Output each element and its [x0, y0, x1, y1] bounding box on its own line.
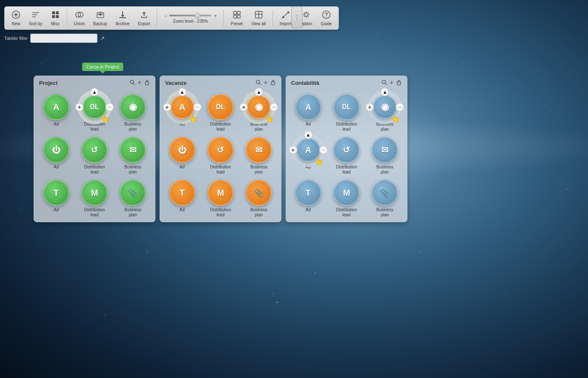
project-icon-dl-1[interactable]: DL [83, 95, 106, 119]
contabilita-item-dl-3: M Distributionlead [328, 180, 364, 218]
misc-button[interactable]: Misc [47, 8, 63, 28]
contabilita-rss-expand-up[interactable]: ▲ [381, 88, 389, 96]
contabilita-rss-expand-plus[interactable]: + [365, 103, 374, 111]
project-icon-rss-1[interactable]: ◉ [120, 94, 146, 120]
export-icon [139, 10, 149, 21]
sort-by-button[interactable]: Sort by [26, 8, 46, 28]
project-lock-btn[interactable] [144, 79, 150, 86]
contabilita-icon-t-1[interactable]: T [295, 180, 321, 206]
union-button[interactable]: Union [71, 8, 88, 28]
zoom-slider[interactable] [169, 15, 211, 16]
preset-icon [232, 10, 242, 21]
export-button[interactable]: Export [135, 8, 154, 28]
contabilita-search-btn[interactable] [381, 79, 387, 86]
contabilita-icon-a-2[interactable]: A [297, 138, 320, 162]
project-item-ad-2: ⏻ Ad [38, 137, 74, 175]
project-label-bp-1: Businessplan [124, 122, 142, 132]
contabilita-a2-expand-up[interactable]: ▲ [304, 131, 312, 139]
project-item-ad-1: A Ad [38, 94, 74, 132]
vacanze-rss-expand-up[interactable]: ▲ [255, 88, 263, 96]
project-dl-expand-dots[interactable]: ··· [105, 103, 114, 111]
misc-label: Misc [51, 21, 60, 26]
vacanze-item-dl-1: DL Distributionlead [202, 94, 238, 132]
vacanze-lock-btn[interactable] [270, 79, 276, 86]
divider-4 [273, 10, 273, 26]
vacanze-icon-a-1[interactable]: A [171, 95, 194, 119]
contabilita-add-btn[interactable]: + [390, 79, 394, 86]
vacanze-rss-expand-dots[interactable]: ··· [270, 103, 278, 111]
svg-rect-18 [237, 15, 240, 18]
project-icon-a-1[interactable]: A [43, 94, 69, 120]
preset-label: Preset [231, 21, 243, 26]
vacanze-item-dl-2: ↺ Distributionlead [202, 137, 238, 175]
contabilita-rss-expand-dots[interactable]: ··· [396, 103, 404, 111]
vacanze-icon-power-1[interactable]: ⏻ [169, 137, 195, 163]
import-label: Import [280, 21, 291, 26]
contabilita-icon-clip-1[interactable]: 📎 [372, 180, 398, 206]
table-filter-input[interactable] [30, 34, 97, 43]
guide-button[interactable]: ? Guide [317, 8, 335, 28]
project-icon-refresh-1[interactable]: ↺ [81, 137, 108, 163]
project-icon-t-1[interactable]: T [43, 180, 69, 206]
contabilita-icon-mail-1[interactable]: ✉ [372, 137, 398, 163]
vacanze-add-btn[interactable]: + [264, 79, 268, 86]
backup-button[interactable]: Backup [90, 8, 110, 28]
project-add-btn[interactable]: + [138, 79, 142, 86]
vacanze-icon-mail-1[interactable]: ✉ [246, 137, 272, 163]
contabilita-icon-rss-1[interactable]: ◉ [373, 95, 396, 119]
svg-rect-7 [56, 11, 59, 14]
contabilita-item-bp-3: 📎 Businessplan [367, 180, 403, 218]
vacanze-icon-dl-1[interactable]: DL [207, 94, 234, 120]
svg-rect-17 [234, 15, 236, 18]
zoom-label: Zoom level - 230% [173, 19, 208, 24]
svg-line-27 [133, 83, 135, 85]
svg-rect-16 [237, 11, 240, 14]
project-icon-clip-1[interactable]: 📎 [120, 180, 146, 206]
new-button[interactable]: New [8, 8, 24, 28]
contabilita-icon-m-1[interactable]: M [333, 180, 360, 206]
project-body: A Ad ▲ + ··· DL [34, 90, 155, 222]
vacanze-a-expand-plus[interactable]: + [163, 103, 171, 111]
project-search-btn[interactable] [129, 79, 135, 86]
union-label: Union [74, 21, 85, 26]
sort-label: Sort by [29, 21, 42, 26]
vacanze-a-expand-up[interactable]: ▲ [178, 88, 186, 96]
vacanze-a-expand-dots[interactable]: ··· [193, 103, 202, 111]
vacanze-label-dl-2: Distributionlead [210, 165, 231, 175]
project-title: Project [39, 80, 58, 86]
vacanze-search-btn[interactable] [255, 79, 261, 86]
new-label: New [12, 21, 20, 26]
vacanze-item-bp-2: ✉ Businessplan [241, 137, 277, 175]
project-icon-m-1[interactable]: M [81, 180, 108, 206]
backup-icon [96, 10, 105, 21]
vacanze-icon-refresh-1[interactable]: ↺ [207, 137, 234, 163]
table-filter-resize-icon[interactable]: ↗ [100, 35, 105, 42]
contabilita-lock-btn[interactable] [396, 79, 402, 86]
view-all-button[interactable]: View all [248, 8, 269, 28]
view-all-icon [254, 10, 263, 21]
archive-button[interactable]: Archive [112, 8, 133, 28]
contabilita-a2-expand-dots[interactable]: ··· [319, 146, 328, 154]
contabilita-icon-dl-1[interactable]: DL [333, 94, 360, 120]
svg-rect-9 [56, 15, 59, 18]
contabilita-a2-expand-plus[interactable]: + [289, 146, 297, 154]
contabilita-body: A Ad DL Distributionlead ▲ + ··· ◉ [286, 90, 407, 222]
contabilita-icon-refresh-1[interactable]: ↺ [333, 137, 360, 163]
project-icon-mail-1[interactable]: ✉ [120, 137, 146, 163]
vacanze-icon-t-1[interactable]: T [169, 180, 195, 206]
vacanze-icon-m-1[interactable]: M [207, 180, 234, 206]
project-label-bp-2: Businessplan [124, 165, 142, 175]
contabilita-item-ad-3: T Ad [290, 180, 326, 218]
project-icon-power-1[interactable]: ⏻ [43, 137, 69, 163]
preset-button[interactable]: Preset [227, 8, 246, 28]
panels-container: Cerca in Project Project + A Ad [34, 76, 407, 222]
project-label-dl-2: Distributionlead [84, 165, 105, 175]
project-dl-expand-plus[interactable]: + [75, 103, 84, 111]
contabilita-icon-a-1[interactable]: A [295, 94, 321, 120]
project-dl-expand-up[interactable]: ▲ [90, 88, 99, 96]
vacanze-icon-clip-1[interactable]: 📎 [246, 180, 272, 206]
vacanze-icon-rss-1[interactable]: ◉ [247, 95, 270, 119]
vacanze-rss-expand-plus[interactable]: + [239, 103, 248, 111]
project-item-bp-2: ✉ Businessplan [115, 137, 151, 175]
archive-icon [118, 10, 127, 21]
